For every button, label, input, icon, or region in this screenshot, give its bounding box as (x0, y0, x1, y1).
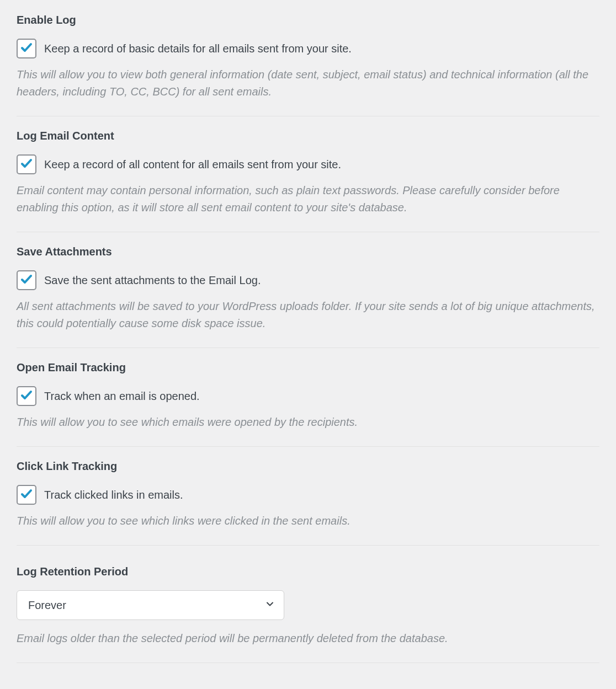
checkbox-row: Save the sent attachments to the Email L… (17, 270, 599, 290)
section-title: Enable Log (17, 14, 599, 26)
section-title: Log Email Content (17, 130, 599, 142)
open-email-tracking-checkbox[interactable] (17, 386, 36, 406)
check-icon (20, 487, 33, 503)
checkbox-label: Track when an email is opened. (44, 388, 200, 404)
checkbox-label: Keep a record of all content for all ema… (44, 157, 341, 172)
section-title: Log Retention Period (17, 565, 599, 578)
select-value: Forever (28, 599, 66, 612)
checkbox-row: Keep a record of basic details for all e… (17, 39, 599, 58)
section-title: Click Link Tracking (17, 460, 599, 473)
save-attachments-checkbox[interactable] (17, 270, 36, 290)
section-description: Email logs older than the selected perio… (17, 630, 599, 647)
checkbox-label: Save the sent attachments to the Email L… (44, 273, 261, 288)
section-description: This will allow you to see which emails … (17, 414, 599, 431)
check-icon (20, 157, 33, 172)
log-retention-select[interactable]: Forever (17, 590, 284, 620)
section-description: Email content may contain personal infor… (17, 182, 599, 216)
section-description: This will allow you to view both general… (17, 66, 599, 100)
checkbox-row: Track when an email is opened. (17, 386, 599, 406)
section-description: All sent attachments will be saved to yo… (17, 298, 599, 332)
checkbox-row: Track clicked links in emails. (17, 485, 599, 505)
enable-log-checkbox[interactable] (17, 39, 36, 58)
section-log-retention-period: Log Retention Period Forever Email logs … (17, 559, 599, 663)
check-icon (20, 388, 33, 404)
checkbox-label: Track clicked links in emails. (44, 487, 183, 503)
log-email-content-checkbox[interactable] (17, 154, 36, 174)
section-log-email-content: Log Email Content Keep a record of all c… (17, 130, 599, 232)
section-enable-log: Enable Log Keep a record of basic detail… (17, 14, 599, 116)
checkbox-label: Keep a record of basic details for all e… (44, 41, 352, 56)
checkbox-row: Keep a record of all content for all ema… (17, 154, 599, 174)
section-description: This will allow you to see which links w… (17, 512, 599, 530)
section-title: Open Email Tracking (17, 361, 599, 374)
check-icon (20, 273, 33, 288)
section-click-link-tracking: Click Link Tracking Track clicked links … (17, 460, 599, 546)
section-open-email-tracking: Open Email Tracking Track when an email … (17, 361, 599, 447)
section-title: Save Attachments (17, 245, 599, 258)
section-save-attachments: Save Attachments Save the sent attachmen… (17, 245, 599, 348)
select-wrapper: Forever (17, 590, 284, 620)
check-icon (20, 41, 33, 56)
click-link-tracking-checkbox[interactable] (17, 485, 36, 505)
